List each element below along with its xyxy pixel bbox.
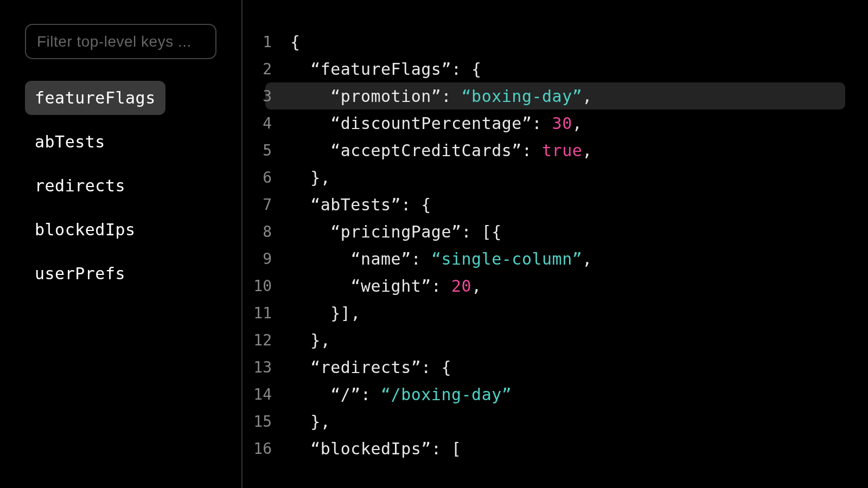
- line-number: 8: [242, 223, 290, 241]
- sidebar-item-redirects[interactable]: redirects: [25, 169, 135, 203]
- code-line[interactable]: 4 “discountPercentage”: 30,: [242, 110, 868, 137]
- code-line[interactable]: 9 “name”: “single-column”,: [242, 245, 868, 272]
- sidebar-item-blockedIps[interactable]: blockedIps: [25, 213, 145, 247]
- sidebar-nav: featureFlagsabTestsredirectsblockedIpsus…: [25, 81, 216, 291]
- line-number: 14: [242, 386, 290, 403]
- code-content: “weight”: 20,: [290, 277, 482, 296]
- code-line[interactable]: 16 “blockedIps”: [: [242, 435, 868, 462]
- sidebar-item-featureFlags[interactable]: featureFlags: [25, 81, 165, 115]
- code-content: {: [290, 33, 301, 52]
- code-line[interactable]: 11 }],: [242, 299, 868, 326]
- filter-input[interactable]: [25, 24, 216, 59]
- line-number: 9: [242, 250, 290, 268]
- code-content: },: [290, 412, 330, 431]
- app-root: featureFlagsabTestsredirectsblockedIpsus…: [0, 0, 868, 488]
- line-number: 6: [242, 169, 290, 187]
- code-line[interactable]: 15 },: [242, 408, 868, 435]
- code-line[interactable]: 2 “featureFlags”: {: [242, 55, 868, 82]
- code-line[interactable]: 13 “redirects”: {: [242, 354, 868, 381]
- line-number: 15: [242, 413, 290, 431]
- code-content: “blockedIps”: [: [290, 439, 462, 458]
- line-number: 1: [242, 33, 290, 51]
- line-number: 2: [242, 60, 290, 78]
- line-number: 13: [242, 358, 290, 376]
- code-editor[interactable]: 1{2 “featureFlags”: {3 “promotion”: “box…: [242, 0, 868, 488]
- code-content: “acceptCreditCards”: true,: [290, 141, 592, 160]
- code-line[interactable]: 7 “abTests”: {: [242, 191, 868, 218]
- code-line[interactable]: 6 },: [242, 164, 868, 191]
- line-number: 12: [242, 331, 290, 349]
- code-line[interactable]: 1{: [242, 28, 868, 55]
- sidebar-item-abTests[interactable]: abTests: [25, 125, 115, 159]
- code-content: “abTests”: {: [290, 195, 431, 214]
- sidebar-item-userPrefs[interactable]: userPrefs: [25, 256, 135, 291]
- code-line[interactable]: 12 },: [242, 326, 868, 354]
- code-content: “discountPercentage”: 30,: [290, 114, 582, 133]
- code-line[interactable]: 14 “/”: “/boxing-day”: [242, 381, 868, 408]
- code-content: },: [290, 168, 330, 187]
- code-content: “pricingPage”: [{: [290, 222, 502, 241]
- code-line[interactable]: 3 “promotion”: “boxing-day”,: [242, 82, 868, 110]
- code-content: “redirects”: {: [290, 358, 451, 377]
- line-number: 3: [242, 87, 290, 105]
- line-number: 7: [242, 196, 290, 214]
- line-number: 10: [242, 277, 290, 295]
- line-number: 11: [242, 304, 290, 322]
- code-content: “name”: “single-column”,: [290, 249, 592, 268]
- line-number: 5: [242, 142, 290, 159]
- sidebar: featureFlagsabTestsredirectsblockedIpsus…: [0, 0, 242, 488]
- line-number: 4: [242, 114, 290, 132]
- code-line[interactable]: 5 “acceptCreditCards”: true,: [242, 137, 868, 164]
- code-content: “/”: “/boxing-day”: [290, 385, 512, 404]
- code-line[interactable]: 8 “pricingPage”: [{: [242, 218, 868, 245]
- code-content: }],: [290, 304, 361, 323]
- code-content: “promotion”: “boxing-day”,: [290, 87, 592, 106]
- line-number: 16: [242, 440, 290, 458]
- code-line[interactable]: 10 “weight”: 20,: [242, 272, 868, 299]
- code-content: “featureFlags”: {: [290, 60, 482, 79]
- code-content: },: [290, 331, 330, 350]
